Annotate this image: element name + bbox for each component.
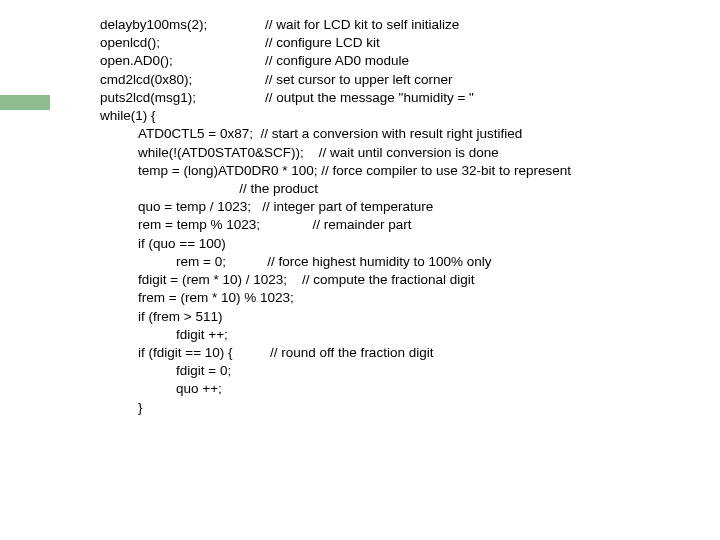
- code-text: openlcd();: [100, 34, 265, 52]
- code-text: quo ++;: [176, 381, 222, 396]
- code-line: // the product: [100, 180, 700, 198]
- code-line: fdigit ++;: [100, 326, 700, 344]
- code-comment: // set cursor to upper left corner: [265, 72, 453, 87]
- code-comment: // configure LCD kit: [265, 35, 380, 50]
- code-line: while(1) {: [100, 107, 700, 125]
- code-text: cmd2lcd(0x80);: [100, 71, 265, 89]
- code-text: if (quo == 100): [138, 236, 226, 251]
- code-comment: // output the message "humidity = ": [265, 90, 474, 105]
- code-line: rem = 0; // force highest humidity to 10…: [100, 253, 700, 271]
- code-text: ATD0CTL5 = 0x87; // start a conversion w…: [138, 126, 522, 141]
- code-line: open.AD0();// configure AD0 module: [100, 52, 700, 70]
- code-text: while(1) {: [100, 108, 156, 123]
- code-line: openlcd();// configure LCD kit: [100, 34, 700, 52]
- code-listing: delayby100ms(2);// wait for LCD kit to s…: [100, 16, 700, 417]
- code-line: delayby100ms(2);// wait for LCD kit to s…: [100, 16, 700, 34]
- code-line: if (fdigit == 10) { // round off the fra…: [100, 344, 700, 362]
- code-line: fdigit = 0;: [100, 362, 700, 380]
- code-line: rem = temp % 1023; // remainder part: [100, 216, 700, 234]
- code-text: open.AD0();: [100, 52, 265, 70]
- code-line: }: [100, 399, 700, 417]
- code-line: puts2lcd(msg1);// output the message "hu…: [100, 89, 700, 107]
- code-line: quo = temp / 1023; // integer part of te…: [100, 198, 700, 216]
- code-text: fdigit = (rem * 10) / 1023; // compute t…: [138, 272, 475, 287]
- code-text: rem = 0; // force highest humidity to 10…: [176, 254, 492, 269]
- code-text: delayby100ms(2);: [100, 16, 265, 34]
- code-line: fdigit = (rem * 10) / 1023; // compute t…: [100, 271, 700, 289]
- code-text: frem = (rem * 10) % 1023;: [138, 290, 294, 305]
- code-text: // the product: [138, 181, 318, 196]
- code-comment: // configure AD0 module: [265, 53, 409, 68]
- code-line: while(!(ATD0STAT0&SCF)); // wait until c…: [100, 144, 700, 162]
- code-text: while(!(ATD0STAT0&SCF)); // wait until c…: [138, 145, 499, 160]
- code-text: temp = (long)ATD0DR0 * 100; // force com…: [138, 163, 571, 178]
- code-line: cmd2lcd(0x80);// set cursor to upper lef…: [100, 71, 700, 89]
- code-line: frem = (rem * 10) % 1023;: [100, 289, 700, 307]
- code-line: if (frem > 511): [100, 308, 700, 326]
- decorative-green-box: [0, 95, 50, 110]
- code-text: fdigit ++;: [176, 327, 228, 342]
- code-text: puts2lcd(msg1);: [100, 89, 265, 107]
- code-line: temp = (long)ATD0DR0 * 100; // force com…: [100, 162, 700, 180]
- code-line: ATD0CTL5 = 0x87; // start a conversion w…: [100, 125, 700, 143]
- code-comment: // wait for LCD kit to self initialize: [265, 17, 459, 32]
- code-line: quo ++;: [100, 380, 700, 398]
- code-text: if (fdigit == 10) { // round off the fra…: [138, 345, 433, 360]
- code-text: }: [138, 400, 143, 415]
- code-text: fdigit = 0;: [176, 363, 231, 378]
- code-line: if (quo == 100): [100, 235, 700, 253]
- code-text: quo = temp / 1023; // integer part of te…: [138, 199, 433, 214]
- code-text: if (frem > 511): [138, 309, 222, 324]
- code-text: rem = temp % 1023; // remainder part: [138, 217, 412, 232]
